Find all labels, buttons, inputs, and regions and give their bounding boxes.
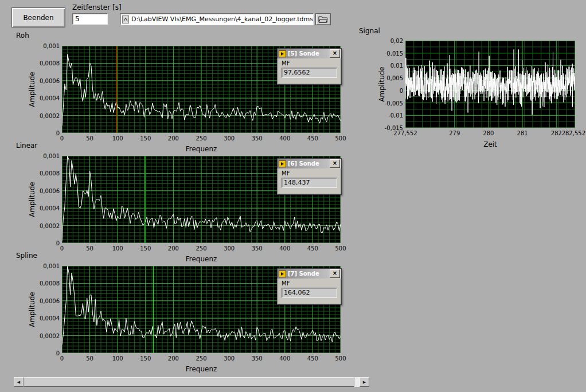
mf-value-field[interactable]: 164,062 [282,288,337,298]
probe-title: [5] Sonde [288,50,328,57]
close-icon[interactable]: × [330,49,340,58]
linear-x-axis-label: Frequenz [62,255,341,263]
tick-label: -0,015 [369,125,403,132]
probe-titlebar[interactable]: [6] Sonde × [278,159,341,168]
mf-value: 164,062 [284,289,310,296]
tick-label: 0,0002 [25,223,60,230]
linear-y-axis-label: Amplitude [28,179,36,219]
tick-label: 0,0004 [25,315,60,322]
close-icon[interactable]: × [330,159,340,168]
probe-title: [6] Sonde [288,160,328,167]
labview-front-panel: Beenden Zeitfenster [s] 5 D:\LabVIEW VIs… [0,0,586,392]
folder-icon [318,15,328,23]
tick-label: 0,02 [369,38,403,45]
tick-label: 0,0002 [25,113,60,120]
mf-value-field[interactable]: 97,6562 [282,68,337,78]
probe-icon [279,271,286,277]
mf-label: MF [282,170,337,177]
spline-title: Spline [16,252,37,260]
tick-label: 0,0006 [25,298,60,305]
probe-title: [7] Sonde [288,271,328,277]
tick-label: 0,0006 [25,78,60,85]
quit-button[interactable]: Beenden [11,7,65,28]
tick-label: 0,0004 [25,205,60,212]
tick-label: 0,001 [25,153,60,160]
signal-graph[interactable] [405,41,575,128]
tick-label: 500 [323,135,358,142]
probe-window-5: [5] Sonde × MF 97,6562 [277,48,342,85]
mf-label: MF [282,60,337,66]
tick-label: 280 [471,130,506,137]
timewindow-value: 5 [75,15,80,23]
tick-label: 0,0006 [25,188,60,195]
probe-icon [279,160,286,167]
tick-label: 0 [369,88,403,95]
spline-x-axis-label: Frequenz [62,365,341,373]
linear-title: Linear [16,142,37,150]
tick-label: 0 [25,240,60,247]
tick-label: 0,015 [369,50,403,57]
signal-y-axis-label: Amplitude [378,64,386,104]
roh-title: Roh [16,32,29,40]
tick-label: 0,0008 [25,60,60,67]
path-type-icon [122,15,129,23]
timewindow-label: Zeitfenster [s] [72,3,122,11]
tick-label: 281 [505,130,540,137]
tick-label: 500 [323,355,358,362]
tick-label: 0,01 [369,62,403,69]
tick-label: -0,005 [369,100,403,107]
scroll-thumb[interactable] [24,377,354,387]
mf-value: 97,6562 [284,69,310,76]
tick-label: 0,0008 [25,280,60,287]
mf-value-field[interactable]: 148,437 [282,178,337,188]
mf-label: MF [282,280,337,287]
probe-icon [279,50,286,57]
mf-value: 148,437 [284,179,310,186]
tick-label: 0,001 [25,43,60,50]
file-path-input[interactable]: D:\LabVIEW VIs\EMG_Messungen\4_kanal_02_… [120,13,314,25]
probe-window-6: [6] Sonde × MF 148,437 [277,158,342,195]
tick-label: 0 [25,130,60,137]
tick-label: 0,0004 [25,95,60,102]
tick-label: -0,01 [369,112,403,119]
tick-label: 0,005 [369,75,403,82]
roh-x-axis-label: Frequenz [62,145,341,153]
probe-window-7: [7] Sonde × MF 164,062 [277,268,342,305]
arrow-right-icon: ▶ [363,380,366,385]
tick-label: 0 [25,350,60,357]
signal-title: Signal [359,27,380,35]
scroll-left-button[interactable]: ◀ [14,377,24,387]
spline-y-axis-label: Amplitude [28,289,36,330]
horizontal-scrollbar[interactable]: ◀ ▶ [14,377,369,387]
tick-label: 0,001 [25,263,60,270]
tick-label: 282,552 [551,130,585,137]
close-icon[interactable]: × [330,269,340,278]
arrow-left-icon: ◀ [17,380,20,385]
tick-label: 500 [323,245,358,252]
tick-label: 0,0008 [25,170,60,177]
probe-titlebar[interactable]: [5] Sonde × [278,49,341,58]
probe-titlebar[interactable]: [7] Sonde × [278,269,341,279]
timewindow-input[interactable]: 5 [72,13,108,25]
file-path-value: D:\LabVIEW VIs\EMG_Messungen\4_kanal_02_… [131,15,313,23]
plot-canvas [405,41,575,128]
browse-button[interactable] [315,13,331,25]
signal-x-axis-label: Zeit [405,140,575,148]
tick-label: 279 [437,130,472,137]
roh-y-axis-label: Amplitude [28,69,36,109]
tick-label: 0,0002 [25,333,60,340]
scroll-right-button[interactable]: ▶ [360,377,369,387]
